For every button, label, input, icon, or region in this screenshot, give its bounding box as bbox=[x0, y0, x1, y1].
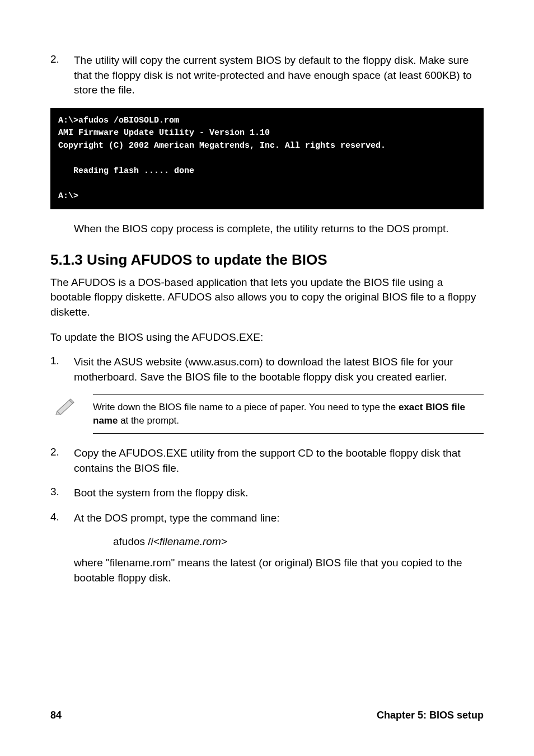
chapter-label: Chapter 5: BIOS setup bbox=[377, 710, 484, 721]
note-pre: Write down the BIOS file name to a piece… bbox=[93, 402, 399, 412]
terminal-output: A:\>afudos /oBIOSOLD.rom AMI Firmware Up… bbox=[50, 108, 484, 210]
list-text: Copy the AFUDOS.EXE utility from the sup… bbox=[74, 446, 484, 476]
note-text: Write down the BIOS file name to a piece… bbox=[93, 395, 484, 434]
page-footer: 84 Chapter 5: BIOS setup bbox=[50, 710, 484, 721]
list-number: 4. bbox=[50, 511, 74, 526]
list-text: Visit the ASUS website (www.asus.com) to… bbox=[74, 355, 484, 384]
list-text: Boot the system from the floppy disk. bbox=[74, 486, 249, 501]
list-item-2: 2. Copy the AFUDOS.EXE utility from the … bbox=[50, 446, 484, 476]
note-callout: Write down the BIOS file name to a piece… bbox=[50, 395, 484, 434]
list-number: 3. bbox=[50, 486, 74, 501]
list-item-1: 1. Visit the ASUS website (www.asus.com)… bbox=[50, 355, 484, 384]
section-heading: 5.1.3 Using AFUDOS to update the BIOS bbox=[50, 251, 484, 269]
list-item-4: 4. At the DOS prompt, type the command l… bbox=[50, 511, 484, 526]
cmd-italic: i<filename.rom> bbox=[151, 536, 227, 547]
list-item-3: 3. Boot the system from the floppy disk. bbox=[50, 486, 484, 501]
list-text: The utility will copy the current system… bbox=[74, 53, 484, 98]
pencil-icon bbox=[50, 395, 93, 417]
list-number: 2. bbox=[50, 53, 74, 98]
command-line: afudos /i<filename.rom> bbox=[113, 536, 484, 548]
list-text: At the DOS prompt, type the command line… bbox=[74, 511, 280, 526]
list-number: 2. bbox=[50, 446, 74, 476]
page-number: 84 bbox=[50, 710, 62, 721]
cmd-plain: afudos / bbox=[113, 536, 151, 547]
intro-paragraph-2: To update the BIOS using the AFUDOS.EXE: bbox=[50, 330, 484, 345]
post-code-paragraph: When the BIOS copy process is complete, … bbox=[74, 222, 484, 237]
intro-paragraph-1: The AFUDOS is a DOS-based application th… bbox=[50, 275, 484, 320]
note-post: at the prompt. bbox=[118, 415, 179, 426]
where-paragraph: where "filename.rom" means the latest (o… bbox=[74, 556, 484, 585]
list-number: 1. bbox=[50, 355, 74, 384]
step-2: 2. The utility will copy the current sys… bbox=[50, 53, 484, 98]
